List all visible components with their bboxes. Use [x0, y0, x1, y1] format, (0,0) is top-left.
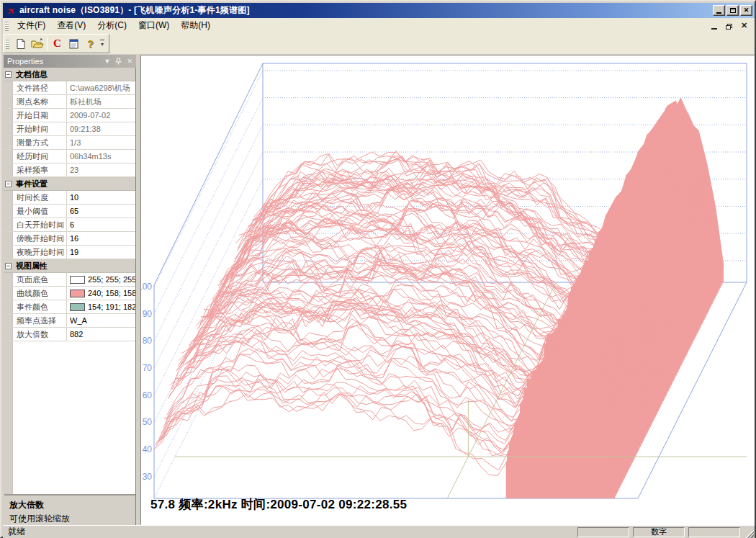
maximize-button[interactable]	[726, 5, 739, 16]
value-tick-label: 30	[143, 472, 153, 482]
value-tick-label: 100	[141, 282, 152, 292]
property-row[interactable]: 放大倍数882	[4, 328, 135, 341]
toolbar: C ? ▾	[3, 33, 755, 54]
collapse-minus-icon[interactable]: −	[5, 71, 12, 78]
property-row[interactable]: 开始时间09:21:38	[4, 122, 135, 136]
properties-panel: Properties ▼ ✕ −文档信息文件路径C:\awa6298\机场测点名…	[3, 54, 138, 525]
value-tick-label: 90	[143, 309, 153, 319]
mdi-close-button[interactable]: ✕	[739, 22, 749, 30]
property-row[interactable]: 经历时间06h34m13s	[4, 150, 135, 163]
help-button[interactable]: ?	[82, 36, 99, 52]
property-value[interactable]: W_A	[66, 314, 135, 327]
panel-close-icon[interactable]: ✕	[127, 58, 132, 65]
menu-file[interactable]: 文件(F)	[12, 18, 51, 33]
property-value[interactable]: 06h34m13s	[66, 150, 135, 163]
property-label: 采样频率	[14, 165, 66, 176]
close-button[interactable]: ✕	[740, 5, 752, 16]
panel-pin-icon[interactable]	[115, 58, 122, 65]
chart-client-area: 10090807060504030 57.8 频率:2kHz 时间:2009-0…	[140, 55, 755, 525]
properties-panel-title: Properties	[7, 57, 104, 66]
property-label: 页面底色	[14, 274, 66, 285]
property-row[interactable]: 白天开始时间6	[4, 218, 135, 232]
collapse-minus-icon[interactable]: −	[5, 181, 12, 187]
titlebar[interactable]: ✈ aircraft noise（ISO3891）- [飞机噪声分析1-事件1频…	[3, 3, 755, 18]
menu-analyze[interactable]: 分析(C)	[91, 18, 132, 33]
properties-panel-header[interactable]: Properties ▼ ✕	[4, 55, 136, 68]
value-tick-label: 80	[143, 336, 153, 346]
property-row[interactable]: 最小阈值65	[4, 205, 135, 218]
property-row[interactable]: 傍晚开始时间16	[4, 232, 135, 246]
property-row[interactable]: 曲线颜色240; 158; 158	[4, 287, 135, 300]
new-document-icon	[15, 38, 27, 50]
panel-menu-chevron-icon[interactable]: ▼	[104, 58, 111, 65]
property-value[interactable]: 19	[66, 246, 135, 259]
property-value[interactable]: 16	[66, 232, 135, 245]
color-swatch[interactable]	[70, 276, 85, 284]
properties-sheet-icon	[68, 38, 80, 50]
property-grid: −文档信息文件路径C:\awa6298\机场测点名称栎社机场开始日期2009-0…	[4, 68, 136, 529]
property-row[interactable]: 开始日期2009-07-02	[4, 109, 135, 122]
waterfall-chart[interactable]: 10090807060504030	[141, 55, 754, 524]
property-value[interactable]: 09:21:38	[66, 122, 135, 135]
property-row[interactable]: 时间长度10	[4, 191, 135, 205]
property-value[interactable]: 882	[66, 328, 135, 341]
property-value[interactable]: 1/3	[66, 136, 135, 149]
property-value[interactable]: 255; 255; 255	[66, 273, 135, 286]
property-row[interactable]: 文件路径C:\awa6298\机场	[4, 81, 135, 95]
collapse-minus-icon[interactable]: −	[5, 263, 12, 269]
property-label: 夜晚开始时间	[14, 247, 66, 258]
leftwall-gridline	[154, 71, 263, 287]
mdi-minimize-button[interactable]	[709, 22, 719, 30]
property-row[interactable]: 夜晚开始时间19	[4, 246, 135, 259]
property-value[interactable]: 10	[66, 191, 135, 204]
property-group-row[interactable]: −视图属性	[4, 259, 135, 273]
menu-window[interactable]: 窗口(W)	[132, 18, 175, 33]
properties-button[interactable]	[66, 36, 82, 52]
calibrate-button[interactable]: C	[49, 36, 66, 52]
menu-help[interactable]: 帮助(H)	[175, 18, 216, 33]
property-value[interactable]: 栎社机场	[66, 95, 135, 108]
status-cell-1	[577, 527, 629, 537]
new-document-button[interactable]	[12, 36, 29, 52]
toolbar-overflow-button[interactable]: ▾	[100, 40, 104, 48]
property-row[interactable]: 测点名称栎社机场	[4, 95, 135, 109]
property-label: 频率点选择	[14, 315, 66, 326]
app-window: ✈ aircraft noise（ISO3891）- [飞机噪声分析1-事件1频…	[0, 0, 756, 538]
property-value[interactable]: 65	[66, 205, 135, 218]
property-label: 事件颜色	[14, 302, 66, 313]
menu-view[interactable]: 查看(V)	[51, 18, 91, 33]
minimize-button[interactable]	[713, 5, 725, 16]
leftwall-gridline	[154, 179, 263, 395]
property-group-row[interactable]: −事件设置	[4, 177, 135, 191]
color-swatch[interactable]	[70, 290, 85, 297]
property-value[interactable]: 23	[66, 163, 135, 176]
menubar-grip[interactable]	[5, 21, 9, 31]
property-value[interactable]: 154; 191; 182	[66, 300, 135, 313]
toolbar-band: C ? ▾	[3, 34, 109, 53]
property-label: 开始日期	[14, 110, 66, 121]
value-tick-label: 60	[143, 390, 153, 400]
property-group-row[interactable]: −文档信息	[4, 68, 135, 81]
property-row[interactable]: 事件颜色154; 191; 182	[4, 300, 135, 314]
color-swatch[interactable]	[70, 303, 85, 311]
property-label: 傍晚开始时间	[14, 233, 66, 244]
property-value[interactable]: 240; 158; 158	[66, 287, 135, 300]
mdi-restore-button[interactable]	[724, 22, 734, 30]
mdi-minimize-icon	[711, 28, 717, 30]
property-label: 文件路径	[14, 83, 66, 94]
property-row[interactable]: 页面底色255; 255; 255	[4, 273, 135, 287]
mdi-restore-icon	[726, 24, 732, 30]
open-file-button[interactable]	[29, 36, 45, 52]
property-value[interactable]: 6	[66, 218, 135, 231]
property-row[interactable]: 采样频率23	[4, 163, 135, 177]
property-value[interactable]: 2009-07-02	[66, 109, 135, 122]
property-label: 开始时间	[14, 124, 66, 135]
property-value[interactable]: C:\awa6298\机场	[66, 81, 135, 94]
resize-grip[interactable]	[744, 528, 754, 538]
property-label: 测量方式	[14, 138, 66, 148]
toolbar-grip[interactable]	[6, 39, 9, 49]
airplane-app-icon: ✈	[4, 3, 19, 19]
toolbar-separator	[47, 37, 48, 50]
property-row[interactable]: 测量方式1/3	[4, 136, 135, 150]
property-row[interactable]: 频率点选择W_A	[4, 314, 135, 328]
